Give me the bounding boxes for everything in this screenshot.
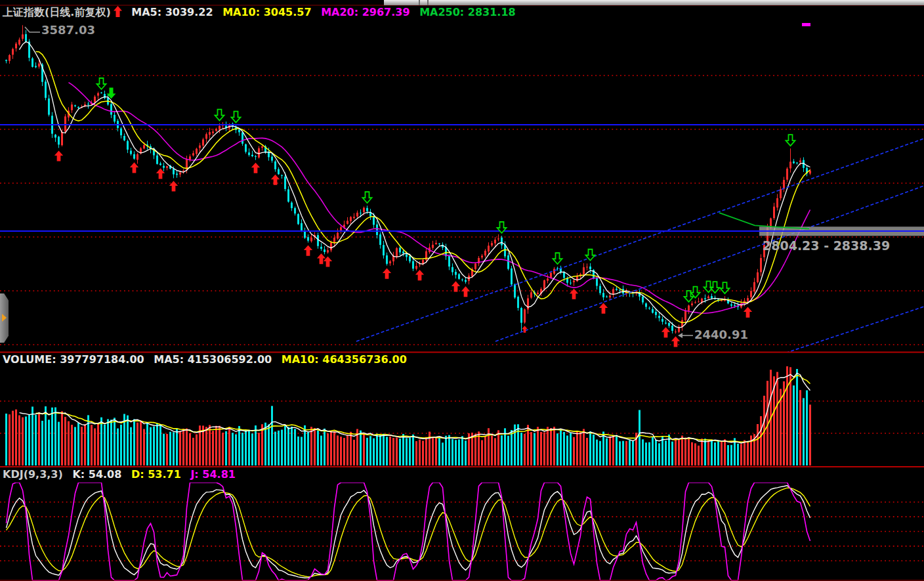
trend-line xyxy=(781,307,924,355)
kdj-indicator-name[interactable]: KDJ(9,3,3) xyxy=(3,468,63,481)
toolbar-divider-icon xyxy=(427,0,429,5)
kdj-d-value: D: 53.71 xyxy=(131,468,181,481)
stock-chart-canvas[interactable] xyxy=(0,0,924,581)
sidebar-expand-handle[interactable] xyxy=(0,293,9,343)
kdj-j-value: J: 54.81 xyxy=(190,468,236,481)
buy-arrow-icon xyxy=(671,336,680,347)
volume-ma10-value: MA10: 464356736.00 xyxy=(282,353,407,366)
symbol-title[interactable]: 上证指数(日线.前复权) xyxy=(3,6,111,18)
sell-arrow-icon xyxy=(586,249,595,261)
kdj-k-value: K: 54.08 xyxy=(72,468,121,481)
up-arrow-icon xyxy=(114,6,122,20)
buy-arrow-icon xyxy=(461,286,470,297)
low-price-label: 2440.91 xyxy=(694,328,748,341)
sell-arrow-icon xyxy=(363,192,372,203)
volume-ma5-value: MA5: 415306592.00 xyxy=(154,353,272,366)
buy-arrow-icon xyxy=(317,253,326,264)
buy-arrow-icon xyxy=(570,289,578,299)
buy-arrow-icon xyxy=(251,163,260,173)
buy-arrow-icon xyxy=(169,181,178,191)
ma250-value: MA250: 2831.18 xyxy=(419,6,516,18)
kdj-pane xyxy=(0,483,924,580)
sell-arrow-icon xyxy=(721,282,730,293)
buy-arrow-icon xyxy=(599,303,608,314)
volume-pane-header: VOLUME: 397797184.00 MA5: 415306592.00 M… xyxy=(3,353,413,366)
buy-arrow-icon xyxy=(383,268,391,278)
volume-value: VOLUME: 397797184.00 xyxy=(3,353,144,366)
buy-arrow-icon xyxy=(452,281,460,291)
buy-arrow-icon xyxy=(54,150,63,161)
toolbar-divider-icon xyxy=(419,0,420,5)
kdj-pane-header: KDJ(9,3,3) K: 54.08 D: 53.71 J: 54.81 xyxy=(3,468,242,481)
buy-arrow-icon xyxy=(662,327,670,337)
price-pane xyxy=(0,25,924,355)
sell-arrow-icon xyxy=(232,112,241,123)
buy-arrow-icon xyxy=(130,162,138,173)
gap-band-label: 2804.23 - 2838.39 xyxy=(763,238,890,253)
peak-leader-line xyxy=(25,27,40,32)
sell-arrow-icon xyxy=(97,78,106,89)
sell-arrow-icon xyxy=(553,253,562,264)
ma10-value: MA10: 3045.57 xyxy=(222,6,311,18)
buy-arrow-icon xyxy=(744,307,752,318)
toolbar-bottom-edge xyxy=(384,0,924,5)
ma5-value: MA5: 3039.22 xyxy=(131,6,213,18)
volume-pane xyxy=(0,366,924,465)
drawing-marker xyxy=(802,23,810,26)
trend-line xyxy=(495,186,924,341)
ma20-value: MA20: 2967.39 xyxy=(321,6,410,18)
overlays xyxy=(0,5,924,580)
sell-arrow-icon xyxy=(215,110,224,121)
buy-arrow-icon xyxy=(415,270,424,280)
buy-arrow-icon xyxy=(271,175,280,185)
price-pane-header: 上证指数(日线.前复权) MA5: 3039.22 MA10: 3045.57 … xyxy=(3,6,522,20)
sell-arrow-icon xyxy=(786,135,795,146)
buy-arrow-icon xyxy=(304,245,312,255)
peak-price-label: 3587.03 xyxy=(41,23,95,37)
low-leader-arrow xyxy=(678,333,682,338)
expand-arrow-icon xyxy=(2,314,7,322)
